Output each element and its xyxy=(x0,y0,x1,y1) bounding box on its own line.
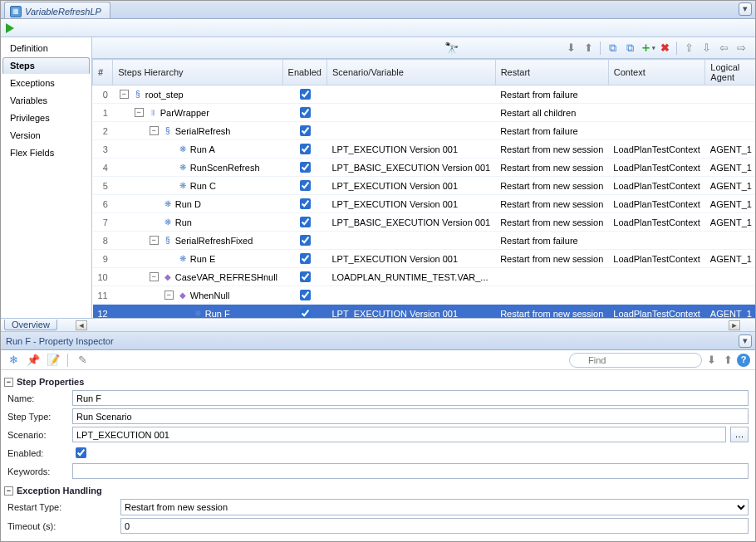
move-up-icon[interactable]: ⇧ xyxy=(681,41,696,56)
hscroll-left[interactable]: ◄ xyxy=(76,320,87,330)
editor-tab-variablerefreshlp[interactable]: VariableRefreshLP xyxy=(4,2,110,18)
section-toggle-exception[interactable]: − xyxy=(4,486,13,496)
tree-expander[interactable]: − xyxy=(164,291,174,300)
table-row[interactable]: 3❋ Run ALPT_EXECUTION Version 001Restart… xyxy=(93,140,756,159)
section-toggle-stepprops[interactable]: − xyxy=(4,378,13,387)
col-agent[interactable]: Logical Agent xyxy=(705,60,755,85)
tree-expander[interactable]: − xyxy=(120,90,129,99)
row-enabled-checkbox[interactable] xyxy=(300,235,311,246)
table-row[interactable]: 12❋ Run FLPT_EXECUTION Version 001Restar… xyxy=(93,305,756,319)
search-icon[interactable]: 🔭 xyxy=(444,41,459,56)
col-restart[interactable]: Restart xyxy=(495,60,608,85)
row-enabled-checkbox[interactable] xyxy=(300,180,311,191)
cell-agent xyxy=(705,286,755,305)
input-steptype[interactable] xyxy=(72,408,749,424)
scenario-browse-button[interactable]: … xyxy=(730,427,749,442)
delete-step-button[interactable]: ✖ xyxy=(657,41,672,56)
row-enabled-checkbox[interactable] xyxy=(300,107,311,118)
row-enabled-checkbox[interactable] xyxy=(300,253,311,264)
col-scenario[interactable]: Scenario/Variable xyxy=(326,60,495,85)
pin-icon[interactable]: 📌 xyxy=(26,353,41,368)
table-row[interactable]: 8−§ SerialRefreshFixedRestart from failu… xyxy=(93,232,756,250)
cell-scenario: LPT_EXECUTION Version 001 xyxy=(326,195,495,213)
table-row[interactable]: 7❋ RunLPT_BASIC_EXECUTION Version 001Res… xyxy=(93,213,756,232)
find-next-icon[interactable]: ⬇ xyxy=(704,353,719,368)
row-enabled-checkbox[interactable] xyxy=(300,290,311,300)
select-restarttype[interactable]: Restart from new session xyxy=(120,499,749,515)
left-tab-exceptions[interactable]: Exceptions xyxy=(2,75,90,91)
row-enabled-checkbox[interactable] xyxy=(300,198,311,209)
cell-agent xyxy=(705,85,755,104)
col-hierarchy[interactable]: Steps Hierarchy xyxy=(113,60,282,85)
expand-all-icon[interactable]: ⬇ xyxy=(563,41,578,56)
hscroll-right[interactable]: ► xyxy=(729,320,740,330)
row-enabled-checkbox[interactable] xyxy=(300,144,311,154)
tree-expander[interactable]: − xyxy=(150,236,159,245)
add-step-button[interactable]: ＋▾ xyxy=(640,41,655,56)
row-enabled-checkbox[interactable] xyxy=(300,125,311,136)
label-steptype: Step Type: xyxy=(7,412,67,422)
table-row[interactable]: 1−⫴ ParWrapperRestart all children xyxy=(93,104,756,122)
input-scenario[interactable] xyxy=(72,427,726,442)
run-button[interactable] xyxy=(6,23,14,33)
case-icon: ◆ xyxy=(177,290,189,301)
move-left-icon[interactable]: ⇦ xyxy=(716,41,731,56)
paste-icon[interactable]: ⧉ xyxy=(622,41,637,56)
freeze-icon[interactable]: ❄ xyxy=(6,353,21,368)
table-row[interactable]: 9❋ Run ELPT_EXECUTION Version 001Restart… xyxy=(93,250,756,268)
find-prev-icon[interactable]: ⬆ xyxy=(720,353,735,368)
row-enabled-checkbox[interactable] xyxy=(300,217,311,227)
left-tab-flex-fields[interactable]: Flex Fields xyxy=(2,144,90,161)
row-enabled-checkbox[interactable] xyxy=(300,308,311,318)
gear-icon: ❋ xyxy=(177,162,189,173)
move-down-icon[interactable]: ⇩ xyxy=(699,41,714,56)
input-keywords[interactable] xyxy=(72,463,749,479)
left-tab-steps[interactable]: Steps xyxy=(2,57,90,74)
cell-context: LoadPlanTestContext xyxy=(608,250,705,268)
input-timeout[interactable] xyxy=(120,518,749,534)
left-tab-version[interactable]: Version xyxy=(2,127,90,144)
step-label: SerialRefresh xyxy=(175,126,231,136)
table-row[interactable]: 10−◆ CaseVAR_REFRESHnullLOADPLAN_RUNTIME… xyxy=(93,268,756,286)
left-tab-definition[interactable]: Definition xyxy=(2,40,90,56)
overview-tab[interactable]: Overview xyxy=(4,320,57,330)
col-number[interactable]: # xyxy=(93,60,113,85)
collapse-all-icon[interactable]: ⬆ xyxy=(581,41,596,56)
row-enabled-checkbox[interactable] xyxy=(300,162,311,173)
cell-agent xyxy=(705,232,755,250)
cell-context xyxy=(608,122,705,140)
table-row[interactable]: 2−§ SerialRefreshRestart from failure xyxy=(93,122,756,140)
pencil-icon[interactable]: ✎ xyxy=(75,353,90,368)
table-row[interactable]: 5❋ Run CLPT_EXECUTION Version 001Restart… xyxy=(93,177,756,195)
find-input[interactable] xyxy=(569,353,702,368)
edit-props-icon[interactable]: 📝 xyxy=(46,353,61,368)
row-enabled-checkbox[interactable] xyxy=(300,271,311,282)
input-name[interactable] xyxy=(72,390,749,406)
tree-expander[interactable]: − xyxy=(135,108,144,117)
step-label: Run A xyxy=(190,144,215,154)
table-row[interactable]: 6❋ Run DLPT_EXECUTION Version 001Restart… xyxy=(93,195,756,213)
section-stepprops-title: Step Properties xyxy=(17,377,84,387)
table-row[interactable]: 11−◆ WhenNull xyxy=(93,286,756,305)
copy-icon[interactable]: ⧉ xyxy=(605,41,620,56)
left-tab-privileges[interactable]: Privileges xyxy=(2,110,90,126)
cell-context: LoadPlanTestContext xyxy=(608,195,705,213)
gear-icon: ❋ xyxy=(177,253,189,265)
cell-restart: Restart from new session xyxy=(495,195,608,213)
col-context[interactable]: Context xyxy=(608,60,705,85)
cell-context: LoadPlanTestContext xyxy=(608,305,705,319)
collapse-inspector-button[interactable]: ▾ xyxy=(739,334,752,348)
help-button[interactable]: ? xyxy=(737,354,750,367)
tree-expander[interactable]: − xyxy=(150,126,159,135)
col-enabled[interactable]: Enabled xyxy=(282,60,326,85)
left-tab-variables[interactable]: Variables xyxy=(2,92,90,109)
cell-scenario xyxy=(326,232,495,250)
cell-restart: Restart from new session xyxy=(495,305,608,319)
row-enabled-checkbox[interactable] xyxy=(300,89,311,100)
tree-expander[interactable]: − xyxy=(150,272,159,281)
checkbox-enabled[interactable] xyxy=(76,447,86,458)
table-row[interactable]: 4❋ RunScenRefreshLPT_BASIC_EXECUTION Ver… xyxy=(93,159,756,177)
move-right-icon[interactable]: ⇨ xyxy=(734,41,749,56)
collapse-editor-button[interactable]: ▾ xyxy=(739,2,752,16)
table-row[interactable]: 0−§ root_stepRestart from failure xyxy=(93,85,756,104)
